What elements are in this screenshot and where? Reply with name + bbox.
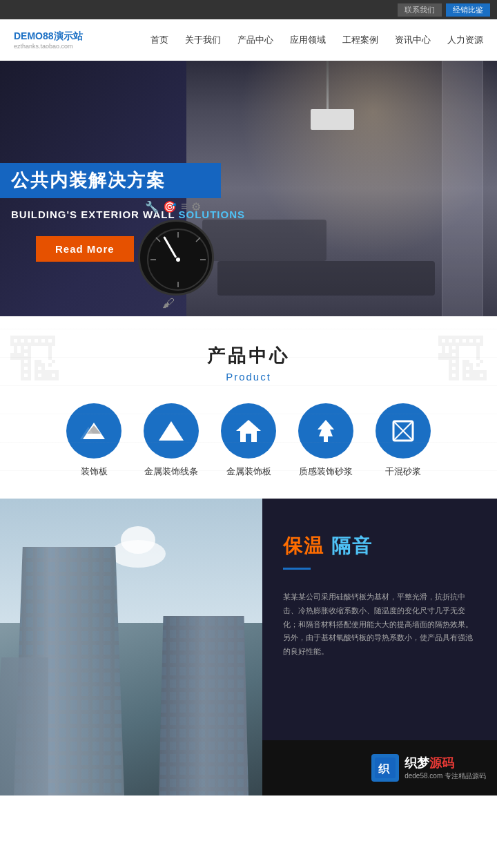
wrench-icon: 🔧 [145,200,159,213]
mountain-icon-1 [80,420,108,442]
svg-rect-17 [324,436,328,442]
sketch-right: 🏗 [435,330,490,394]
watermark-logo: 织 织梦源码 dede58.com 专注精品源码 [371,754,486,782]
watermark-icon: 织 [371,754,399,782]
hero-sub-text: BUILDING'S EXTERIOR WALL SOLUTIONS [11,209,245,220]
product-item-1[interactable]: 装饰板 [66,403,121,478]
hero-main-text: 公共内装解决方案 [11,168,210,193]
product-label-4: 质感装饰砂浆 [299,465,353,478]
gauge-circle [138,220,214,296]
header: DEMO88演示站 ezthanks.taobao.com 首页 关于我们 产品… [0,19,497,61]
product-label-5: 干混砂浆 [385,465,421,478]
product-title-en: Product [14,371,483,383]
svg-rect-15 [246,434,251,442]
title-underline [283,568,311,570]
product-label-3: 金属装饰板 [226,465,271,478]
nav-home[interactable]: 首页 [150,34,168,46]
product-item-4[interactable]: 质感装饰砂浆 [298,403,353,478]
brand-icon-svg: 织 [375,758,396,778]
svg-marker-12 [164,421,178,435]
svg-text:织: 织 [378,763,390,775]
logo-sub: ezthanks.taobao.com [14,43,83,50]
product-item-5[interactable]: 干混砂浆 [376,403,431,478]
nav-hr[interactable]: 人力资源 [447,34,483,46]
svg-rect-24 [159,616,248,795]
mountain-icon-2 [157,420,185,442]
product-item-2[interactable]: 金属装饰线条 [144,403,199,478]
house-icon [235,418,262,443]
hero-banner: 公共内装解决方案 BUILDING'S EXTERIOR WALL SOLUTI… [0,61,497,316]
cloud [110,540,166,568]
feature-description: 某某某公司采用硅酸钙板为基材，平整光滑，抗折抗中击、冷热膨胀收缩系数小、随温度的… [283,590,476,659]
watermark-sub-text: dede58.com 专注精品源码 [405,771,486,781]
feature-left-image [0,499,262,795]
wm-text-red: 源码 [429,756,454,770]
feature-right-panel: 保温 隔音 某某某公司采用硅酸钙板为基材，平整光滑，抗折抗中击、冷热膨胀收缩系数… [262,499,497,795]
svg-point-1 [176,258,180,262]
building-windows-right [159,616,248,795]
product-icon-3 [221,403,276,459]
logo-title: DEMO88演示站 [14,30,83,43]
wm-text-black: 织梦 [405,756,429,770]
hero-blue-bar: 公共内装解决方案 [0,163,221,198]
product-item-3[interactable]: 金属装饰板 [221,403,276,478]
feature-title-orange: 保温 [283,535,324,557]
products-row: 装饰板 金属装饰线条 金属装饰板 [14,403,483,478]
tree-icon [313,418,338,443]
top-bar: 联系我们 经销比鉴 [0,0,497,19]
hero-room-image [186,61,497,316]
feature-title: 保温 隔音 [283,533,476,559]
dealer-button[interactable]: 经销比鉴 [446,3,490,17]
nav-cases[interactable]: 工程案例 [342,34,378,46]
product-icon-5 [376,403,431,459]
paintbrush-icon: 🖌 [162,296,175,311]
main-nav: 首页 关于我们 产品中心 应用领域 工程案例 资讯中心 人力资源 [150,34,483,46]
product-icon-1 [66,403,121,459]
settings-icon: ⚙ [191,200,201,213]
watermark-main-text: 织梦源码 [405,755,486,771]
watermark-text-area: 织梦源码 dede58.com 专注精品源码 [405,755,486,781]
nav-about[interactable]: 关于我们 [185,34,221,46]
list-icon: ≡ [181,200,187,213]
nav-applications[interactable]: 应用领域 [290,34,326,46]
watermark-area: 织 织梦源码 dede58.com 专注精品源码 [262,740,497,795]
product-icon-4 [298,403,353,459]
building-right-tower [159,616,248,795]
feature-section: 保温 隔音 某某某公司采用硅酸钙板为基材，平整光滑，抗折抗中击、冷热膨胀收缩系数… [0,499,497,795]
svg-line-3 [196,238,200,242]
nav-products[interactable]: 产品中心 [237,34,273,46]
target-icon: 🎯 [163,200,177,213]
contact-button[interactable]: 联系我们 [398,3,442,17]
product-section: 🏗 🏗 产品中心 Product 装饰板 金属装饰线条 [0,316,497,499]
nav-news[interactable]: 资讯中心 [395,34,431,46]
gauge-svg [144,225,213,294]
svg-line-5 [156,238,160,242]
building-partial-left [0,657,48,795]
logo-area: DEMO88演示站 ezthanks.taobao.com [14,30,83,50]
svg-marker-13 [236,420,261,431]
product-icon-2 [144,403,199,459]
svg-marker-16 [318,420,334,436]
sketch-left: 🏗 [7,330,62,394]
product-label-2: 金属装饰线条 [144,465,198,478]
feature-title-blue: 隔音 [331,535,373,557]
product-title-cn: 产品中心 [14,344,483,368]
read-more-button[interactable]: Read More [36,236,134,262]
product-label-1: 装饰板 [81,465,108,478]
mirror-icon [391,418,416,443]
gauge-illustration: 🔧 🎯 ≡ ⚙ 🖌 [138,220,214,296]
